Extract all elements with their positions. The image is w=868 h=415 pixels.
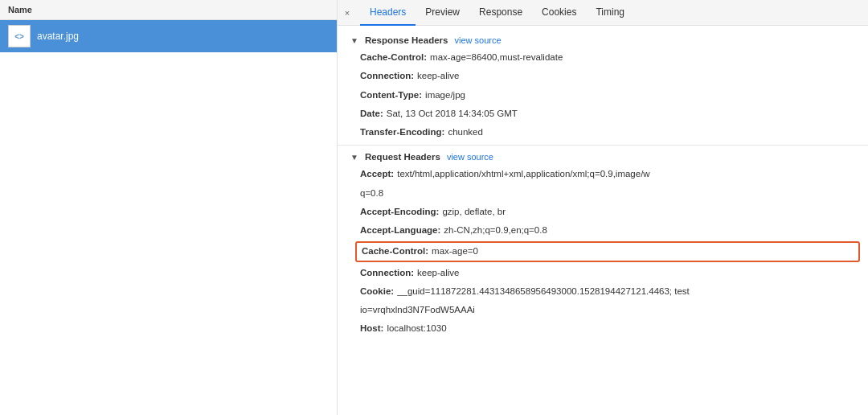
request-header-row: Cache-Control:max-age=0 (355, 241, 860, 261)
tab-headers[interactable]: Headers (360, 0, 416, 26)
tab-cookies[interactable]: Cookies (532, 0, 586, 26)
response-headers-section-header: ▼ Response Headers view source (338, 32, 868, 48)
header-val: io=vrqhxlnd3N7FodW5AAAi (360, 303, 475, 317)
request-header-row: Cookie:__guid=111872281.4431348658956493… (338, 282, 868, 301)
header-key: Accept-Encoding: (360, 205, 439, 219)
tab-timing[interactable]: Timing (586, 0, 634, 26)
tab-close-button[interactable]: × (341, 6, 354, 19)
response-header-row: Connection:keep-alive (338, 67, 868, 85)
request-headers-view-source[interactable]: view source (447, 152, 493, 162)
request-headers-section-header: ▼ Request Headers view source (338, 149, 868, 165)
left-panel-header: Name (0, 0, 337, 20)
response-headers-view-source[interactable]: view source (454, 35, 501, 45)
left-panel: Name <> avatar.jpg (0, 0, 338, 415)
file-item[interactable]: <> avatar.jpg (0, 20, 337, 52)
request-header-row: Host:localhost:1030 (338, 319, 868, 338)
response-headers-label: Response Headers (365, 35, 448, 45)
header-key: Date: (360, 107, 383, 121)
request-header-row: Accept-Language:zh-CN,zh;q=0.9,en;q=0.8 (338, 221, 868, 240)
header-val: __guid=111872281.4431348658956493000.152… (397, 285, 690, 298)
headers-content: ▼ Response Headers view source Cache-Con… (338, 26, 868, 415)
response-header-row: Transfer-Encoding:chunked (338, 123, 868, 142)
header-key: Cache-Control: (362, 244, 428, 258)
header-val: Sat, 13 Oct 2018 14:34:05 GMT (387, 107, 518, 121)
request-header-rows: Accept:text/html,application/xhtml+xml,a… (338, 165, 868, 338)
header-val: keep-alive (417, 266, 459, 280)
header-val: chunked (448, 125, 482, 139)
file-icon: <> (8, 25, 31, 47)
tabs-bar: × Headers Preview Response Cookies Timin… (338, 0, 868, 26)
header-key: Cookie: (360, 285, 394, 298)
response-headers-arrow: ▼ (350, 36, 358, 45)
request-header-row: io=vrqhxlnd3N7FodW5AAAi (338, 301, 868, 319)
header-key: Connection: (360, 69, 414, 83)
request-headers-arrow: ▼ (350, 153, 358, 162)
header-key: Host: (360, 322, 383, 335)
right-panel: × Headers Preview Response Cookies Timin… (338, 0, 868, 415)
header-val: gzip, deflate, br (442, 205, 506, 219)
request-header-row: Accept-Encoding:gzip, deflate, br (338, 203, 868, 221)
header-val: zh-CN,zh;q=0.9,en;q=0.8 (444, 224, 547, 237)
response-header-rows: Cache-Control:max-age=86400,must-revalid… (338, 48, 868, 142)
header-val: localhost:1030 (387, 322, 446, 335)
header-val-cont: q=0.8 (360, 187, 383, 200)
header-key: Accept: (360, 167, 394, 181)
request-header-row-cont: q=0.8 (338, 184, 868, 203)
divider (338, 145, 868, 146)
header-val: max-age=0 (432, 244, 478, 258)
header-val: text/html,application/xhtml+xml,applicat… (397, 167, 649, 181)
response-header-row: Content-Type:image/jpg (338, 86, 868, 105)
header-key: Cache-Control: (360, 51, 427, 64)
header-key: Transfer-Encoding: (360, 125, 444, 139)
file-icon-inner: <> (14, 32, 24, 41)
response-header-row: Date:Sat, 13 Oct 2018 14:34:05 GMT (338, 105, 868, 123)
file-name: avatar.jpg (37, 31, 79, 42)
tab-response[interactable]: Response (469, 0, 532, 26)
request-headers-label: Request Headers (365, 152, 440, 162)
request-header-row: Accept:text/html,application/xhtml+xml,a… (338, 165, 868, 183)
response-header-row: Cache-Control:max-age=86400,must-revalid… (338, 48, 868, 67)
header-key: Content-Type: (360, 88, 422, 102)
request-header-row: Connection:keep-alive (338, 264, 868, 282)
header-val: keep-alive (417, 69, 459, 83)
tab-preview[interactable]: Preview (416, 0, 469, 26)
header-key: Accept-Language: (360, 224, 440, 237)
header-key: Connection: (360, 266, 414, 280)
header-val: image/jpg (425, 88, 465, 102)
header-val: max-age=86400,must-revalidate (430, 51, 563, 64)
